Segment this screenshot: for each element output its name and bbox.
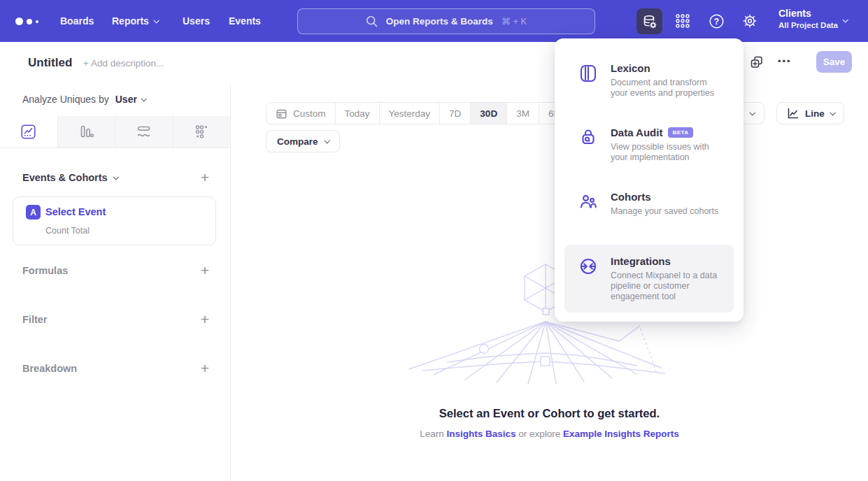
line-chart-icon xyxy=(20,124,36,140)
top-nav: Boards Reports Users Events Open Reports… xyxy=(0,0,868,42)
empty-state-links: Learn Insights Basics or explore Example… xyxy=(231,429,868,439)
insights-basics-link[interactable]: Insights Basics xyxy=(446,429,515,439)
example-reports-link[interactable]: Example Insights Reports xyxy=(563,429,679,439)
query-builder-sidebar: Analyze Uniques by User xyxy=(0,84,231,481)
help-button[interactable]: ? xyxy=(707,12,725,30)
menu-item-desc: Document and transform your events and p… xyxy=(611,78,720,99)
more-options-button[interactable]: ••• xyxy=(778,56,792,66)
mixpanel-logo-icon[interactable] xyxy=(15,17,38,25)
menu-item-integrations[interactable]: Integrations Connect Mixpanel to a data … xyxy=(564,245,734,313)
chart-style-label: Line xyxy=(805,108,825,119)
menu-item-title: Lexicon xyxy=(611,62,650,74)
menu-item-data-audit[interactable]: Data Audit BETA View possible issues wit… xyxy=(564,127,734,163)
settings-button[interactable] xyxy=(741,12,759,30)
database-gear-icon xyxy=(641,13,658,30)
data-management-button[interactable] xyxy=(636,8,662,34)
range-today[interactable]: Today xyxy=(335,103,379,124)
duplicate-icon xyxy=(749,55,764,70)
chevron-down-icon xyxy=(153,17,159,23)
analyze-value: User xyxy=(115,94,137,105)
range-7d[interactable]: 7D xyxy=(439,103,470,124)
data-management-menu: Lexicon Document and transform your even… xyxy=(555,38,744,322)
add-breakdown-button[interactable]: + xyxy=(201,362,209,375)
tab-metric-grid[interactable] xyxy=(173,116,231,148)
tab-stacked-chart[interactable] xyxy=(115,116,173,148)
compare-dropdown[interactable]: Compare xyxy=(266,130,340,152)
save-button[interactable]: Save xyxy=(816,51,852,73)
project-chevron-down-icon xyxy=(842,17,848,22)
range-custom[interactable]: Custom xyxy=(266,103,335,124)
beta-badge: BETA xyxy=(668,127,692,138)
svg-text:?: ? xyxy=(713,17,718,27)
org-name: Clients xyxy=(778,8,838,19)
formulas-label: Formulas xyxy=(22,265,68,276)
search-icon xyxy=(366,15,378,27)
chevron-down-icon xyxy=(830,110,835,115)
breakdown-section: Breakdown + xyxy=(22,362,209,375)
add-formula-button[interactable]: + xyxy=(201,264,209,277)
range-30d-selected[interactable]: 30D xyxy=(470,103,506,124)
menu-item-title: Cohorts xyxy=(611,191,651,203)
filter-label: Filter xyxy=(22,314,47,325)
apps-grid-button[interactable] xyxy=(674,12,692,30)
analyze-uniques-selector[interactable]: Analyze Uniques by User xyxy=(22,94,145,105)
insights-report-page: Boards Reports Users Events Open Reports… xyxy=(0,0,868,481)
chevron-down-icon xyxy=(113,174,118,180)
count-total-selector[interactable]: Count Total xyxy=(45,226,90,236)
or-explore-text: or explore xyxy=(518,429,560,439)
menu-item-title: Integrations xyxy=(611,255,671,267)
chevron-down-icon xyxy=(141,96,146,101)
search-bar[interactable]: Open Reports & Boards ⌘ + K xyxy=(297,8,595,34)
lexicon-icon xyxy=(578,62,598,99)
learn-text: Learn xyxy=(420,429,444,439)
menu-item-cohorts[interactable]: Cohorts Manage your saved cohorts xyxy=(564,191,734,217)
menu-item-desc: Manage your saved cohorts xyxy=(611,206,718,217)
menu-item-title: Data Audit xyxy=(611,127,662,138)
filter-section: Filter + xyxy=(22,313,209,326)
data-audit-icon xyxy=(578,127,598,163)
gear-icon xyxy=(741,12,759,30)
events-cohorts-label: Events & Cohorts xyxy=(22,172,108,183)
breakdown-label: Breakdown xyxy=(22,363,77,374)
calendar-icon xyxy=(276,108,287,120)
formulas-section: Formulas + xyxy=(22,264,209,277)
apps-grid-icon xyxy=(674,13,691,29)
integrations-icon xyxy=(578,255,598,302)
chevron-down-icon xyxy=(749,110,755,115)
add-filter-button[interactable]: + xyxy=(201,313,209,326)
select-event-button[interactable]: Select Event xyxy=(45,206,106,217)
event-letter-badge: A xyxy=(26,205,41,220)
project-name: All Project Data xyxy=(778,21,838,29)
range-yesterday[interactable]: Yesterday xyxy=(379,103,440,124)
tab-bar-chart[interactable] xyxy=(57,116,115,148)
events-cohorts-header[interactable]: Events & Cohorts xyxy=(22,172,118,183)
metric-grid-icon xyxy=(194,124,210,140)
event-card[interactable]: A Select Event Count Total xyxy=(13,196,216,245)
duplicate-button[interactable] xyxy=(749,55,764,70)
empty-state-title: Select an Event or Cohort to get started… xyxy=(231,407,868,420)
events-cohorts-section: Events & Cohorts + xyxy=(22,171,209,184)
chevron-down-icon xyxy=(324,138,329,143)
analyze-label: Analyze Uniques by xyxy=(22,94,109,105)
compare-label: Compare xyxy=(277,136,318,147)
nav-item-users[interactable]: Users xyxy=(183,0,210,42)
menu-item-desc: Connect Mixpanel to a data pipeline or c… xyxy=(611,271,720,302)
project-selector[interactable]: Clients All Project Data xyxy=(778,8,838,29)
help-icon: ? xyxy=(708,13,725,30)
nav-item-events[interactable]: Events xyxy=(229,0,261,42)
nav-item-reports[interactable]: Reports xyxy=(112,0,158,42)
report-title[interactable]: Untitled xyxy=(28,56,72,70)
nav-item-boards[interactable]: Boards xyxy=(60,0,94,42)
menu-item-desc: View possible issues with your implement… xyxy=(611,142,720,163)
nav-item-reports-label: Reports xyxy=(112,15,149,27)
search-placeholder: Open Reports & Boards xyxy=(386,16,493,27)
chart-type-tabs xyxy=(0,116,230,148)
add-description-field[interactable]: + Add description... xyxy=(83,58,164,69)
cohorts-icon xyxy=(578,191,598,217)
tab-line-chart[interactable] xyxy=(0,116,57,148)
menu-item-lexicon[interactable]: Lexicon Document and transform your even… xyxy=(564,62,734,99)
range-3m[interactable]: 3M xyxy=(506,103,539,124)
range-custom-label: Custom xyxy=(293,108,326,119)
add-event-button[interactable]: + xyxy=(201,171,209,184)
chart-style-dropdown[interactable]: Line xyxy=(776,102,844,124)
